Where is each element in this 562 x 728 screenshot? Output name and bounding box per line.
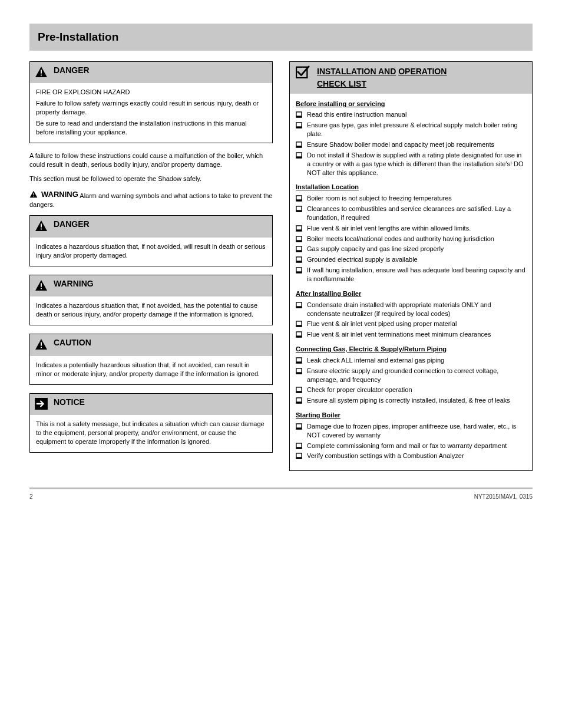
svg-rect-25 (296, 229, 302, 231)
checklist-item: Damage due to frozen pipes, improper ant… (296, 422, 526, 440)
svg-rect-0 (41, 70, 42, 73)
svg-rect-51 (296, 447, 302, 449)
checklist-head: INSTALLATION AND OPERATION CHECK LIST (290, 62, 532, 94)
checklist-item-label: Clearances to combustibles and service c… (307, 205, 526, 222)
checklist-item-label: Ensure electric supply and grounded conn… (307, 367, 526, 384)
checklist-item: Complete commissioning form and mail or … (296, 442, 526, 450)
checklist-section-heading: Connecting Gas, Electric & Supply/Return… (296, 345, 526, 354)
svg-rect-21 (296, 200, 302, 202)
checklist-item: Grounded electrical supply is available (296, 255, 526, 264)
checklist-item-label: Grounded electrical supply is available (307, 255, 526, 264)
svg-rect-13 (296, 116, 302, 118)
svg-rect-3 (33, 196, 34, 197)
checklist-item: Do not install if Shadow is supplied wit… (296, 151, 526, 177)
warning-triangle-icon (35, 279, 48, 294)
svg-rect-8 (41, 342, 42, 345)
checklist-item-label: Damage due to frozen pipes, improper ant… (307, 422, 526, 440)
footer: 2 NYT2015IMAV1, 0315 (29, 487, 533, 501)
danger-def-heading: DANGER (54, 219, 90, 229)
left-column: DANGER FIRE OR EXPLOSION HAZARD Failure … (29, 61, 273, 472)
checklist-title: INSTALLATION AND OPERATION CHECK LIST (317, 65, 447, 90)
checklist-item-label: Complete commissioning form and mail or … (307, 442, 526, 450)
checklist-section-heading: Installation Location (296, 183, 526, 192)
warning-triangle-icon (35, 338, 48, 353)
checkbox-icon (296, 302, 302, 308)
checkbox-icon (296, 111, 302, 118)
checkbox-icon (296, 225, 302, 232)
warning-def-box: WARNING Indicates a hazardous situation … (29, 275, 273, 325)
warning-def-heading: WARNING (54, 279, 94, 289)
checklist-item-label: Flue vent & air inlet vent piped using p… (307, 319, 526, 328)
checklist-item-label: Ensure gas type, gas inlet pressure & el… (307, 121, 526, 139)
checklist-item-label: Read this entire instruction manual (307, 110, 526, 119)
warning-def-text: Indicates a hazardous situation that, if… (36, 301, 266, 319)
checkbox-icon (296, 246, 302, 252)
checkbox-icon (296, 331, 302, 338)
checklist-item: Boiler meets local/national codes and au… (296, 235, 526, 243)
checklist-section-heading: Starting Boiler (296, 411, 526, 420)
checklist-item: Flue vent & air inlet vent terminations … (296, 330, 526, 339)
warning-def-head: WARNING (30, 275, 272, 297)
checklist-item: Flue vent & air inlet vent piped using p… (296, 319, 526, 328)
checklist-item-label: Check for proper circulator operation (307, 386, 526, 394)
warning-triangle-icon (35, 220, 48, 234)
checklist-item-label: Ensure all system piping is correctly in… (307, 396, 526, 405)
checkbox-icon (296, 236, 302, 242)
checklist-item-label: Boiler room is not subject to freezing t… (307, 194, 526, 203)
checkbox-icon (296, 443, 302, 449)
checkbox-icon (296, 368, 302, 374)
svg-rect-27 (296, 240, 302, 242)
checklist-item: Flue vent & air inlet vent lengths are w… (296, 224, 526, 233)
checklist-item: Clearances to combustibles and service c… (296, 205, 526, 222)
svg-rect-7 (41, 288, 42, 289)
arrow-right-icon (35, 398, 48, 412)
checkbox-icon (296, 267, 302, 274)
checklist-item-label: Gas supply capacity and gas line sized p… (307, 245, 526, 253)
checklist-title-1: INSTALLATION AND (317, 67, 396, 76)
svg-rect-49 (296, 427, 302, 429)
svg-rect-23 (296, 210, 302, 212)
svg-rect-37 (296, 325, 302, 327)
svg-rect-31 (296, 261, 302, 263)
checklist-item: Ensure electric supply and grounded conn… (296, 367, 526, 384)
checklist-box: INSTALLATION AND OPERATION CHECK LIST Be… (289, 61, 533, 472)
danger-def-head: DANGER (30, 216, 272, 238)
svg-rect-17 (296, 146, 302, 147)
svg-rect-2 (33, 193, 34, 196)
danger-def-text: Indicates a hazardous situation that, if… (36, 242, 266, 260)
svg-rect-6 (41, 283, 42, 286)
checkbox-icon (296, 397, 302, 404)
warning-def-body: Indicates a hazardous situation that, if… (30, 297, 272, 325)
checklist-item: Boiler room is not subject to freezing t… (296, 194, 526, 203)
checkbox-icon (296, 122, 302, 129)
svg-rect-45 (296, 391, 302, 393)
svg-rect-5 (41, 229, 42, 230)
notice-def-box: NOTICE This is not a safety message, but… (29, 393, 273, 453)
checkbox-icon (296, 152, 302, 159)
intro-para-2: This section must be followed to operate… (29, 174, 273, 183)
page-title: Pre-Installation (38, 29, 524, 45)
checklist-body: Before installing or servicingRead this … (290, 94, 532, 471)
svg-rect-53 (296, 457, 302, 459)
svg-rect-29 (296, 251, 302, 252)
right-column: INSTALLATION AND OPERATION CHECK LIST Be… (289, 61, 533, 472)
checklist-item: Read this entire instruction manual (296, 110, 526, 119)
svg-rect-35 (296, 306, 302, 308)
svg-rect-39 (296, 336, 302, 338)
warning-triangle-icon (29, 190, 38, 198)
checklist-item: Check for proper circulator operation (296, 386, 526, 394)
checklist-item-label: Verify combustion settings with a Combus… (307, 452, 526, 460)
danger-head: DANGER (30, 62, 272, 84)
columns: DANGER FIRE OR EXPLOSION HAZARD Failure … (29, 61, 533, 472)
svg-rect-1 (41, 74, 42, 75)
checkbox-icon (296, 206, 302, 212)
checklist-item-label: Ensure Shadow boiler model and capacity … (307, 140, 526, 149)
svg-rect-41 (296, 361, 302, 363)
checklist-item: Ensure all system piping is correctly in… (296, 396, 526, 405)
page-number: 2 (29, 493, 33, 501)
danger-box: DANGER FIRE OR EXPLOSION HAZARD Failure … (29, 61, 273, 143)
caution-def-heading: CAUTION (54, 338, 91, 348)
notice-def-text: This is not a safety message, but indica… (36, 420, 266, 446)
svg-rect-15 (296, 127, 302, 129)
danger-line-2: Be sure to read and understand the insta… (36, 119, 266, 137)
